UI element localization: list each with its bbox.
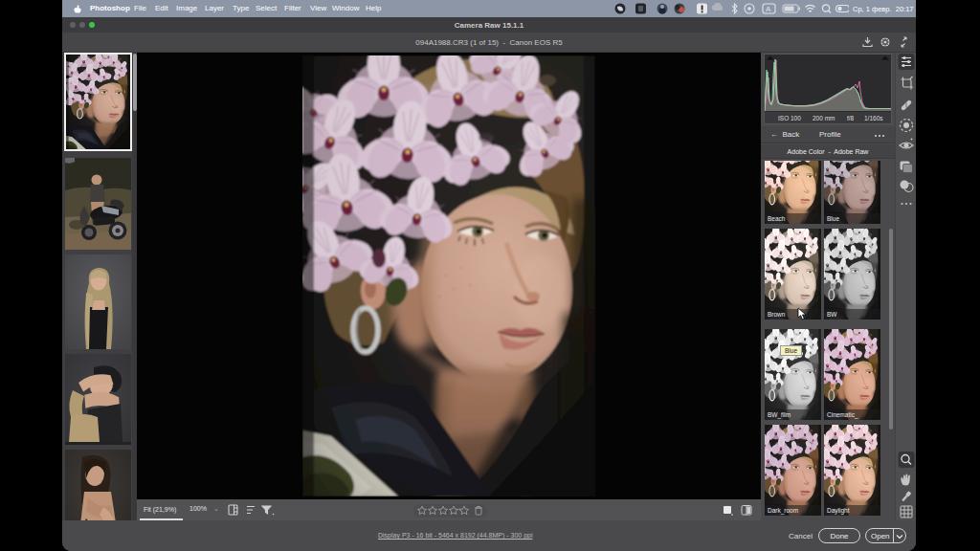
svg-text:A: A — [766, 5, 771, 13]
